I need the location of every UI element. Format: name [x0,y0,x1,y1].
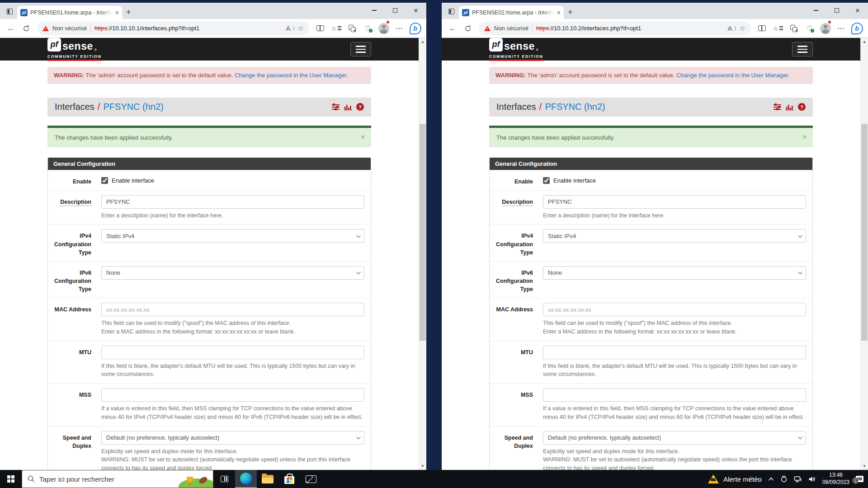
ipv4-configuration-type-select[interactable]: Static IPv4 [543,229,806,243]
back-button[interactable]: ← [445,21,460,36]
security-label[interactable]: Non sécurisé [52,25,87,32]
close-button[interactable]: ✕ [847,3,868,18]
breadcrumb-separator: / [539,102,542,112]
mss-input[interactable] [543,388,806,402]
chart-icon[interactable] [344,103,352,110]
back-button[interactable]: ← [4,21,18,36]
start-button[interactable] [0,470,22,488]
taskbar-store-button[interactable] [278,470,300,488]
settings-menu-icon[interactable]: ⋯ [392,21,407,36]
read-aloud-icon[interactable]: A [286,24,294,32]
settings-menu-icon[interactable]: ⋯ [834,21,849,36]
browser-window-left-slot: pf PFSENSE01.home.arpa - Interface × + ✕… [0,3,426,470]
close-button[interactable]: ✕ [406,3,426,18]
page-scrollbar[interactable]: ▲ ▼ [860,38,868,470]
general-configuration-panel: General Configuration Enable Enable inte… [47,157,371,470]
browser-essentials-icon[interactable]: ♡✓ [802,21,817,36]
help-icon[interactable]: ? [798,103,806,111]
read-aloud-icon[interactable]: A [728,24,736,32]
refresh-button[interactable] [461,21,475,36]
enable-interface-checkbox[interactable] [101,177,108,184]
maximize-button[interactable] [826,3,847,18]
mtu-input[interactable] [101,346,364,359]
tray-network-icon[interactable] [794,476,802,483]
scrollbar-thumb[interactable] [861,124,868,341]
browser-essentials-icon[interactable]: ♡✓ [360,21,375,36]
address-bar[interactable]: Non sécurisé https://10.10.10.2/interfac… [479,22,751,35]
chart-icon[interactable] [786,103,793,110]
scroll-down-icon[interactable]: ▼ [861,462,868,470]
ipv6-configuration-type-select[interactable]: None [101,266,364,280]
ipv4-configuration-type-select[interactable]: Static IPv4 [101,229,364,243]
scroll-up-icon[interactable]: ▲ [861,38,868,46]
help-icon[interactable]: ? [356,103,364,111]
collections-icon[interactable]: + [786,21,801,36]
profile-avatar[interactable] [376,21,391,36]
browser-tab[interactable]: pf PFSENSE02.home.arpa - Interface × [459,6,564,19]
favorite-star-icon[interactable]: ☆ [740,24,745,33]
tab-actions-icon[interactable] [445,5,457,17]
enable-interface-checkbox[interactable] [543,177,550,184]
menu-toggle-button[interactable] [350,42,371,56]
favorites-icon[interactable]: ☆ [770,21,785,36]
field-help: Enter a MAC address in the following for… [101,328,364,336]
maximize-button[interactable] [385,3,406,18]
scrollbar-thumb[interactable] [420,124,426,341]
split-screen-icon[interactable] [755,21,769,36]
taskbar-mail-button[interactable] [300,470,322,488]
taskbar-explorer-button[interactable] [257,470,278,488]
address-bar[interactable]: Non sécurisé https://10.10.10.1/interfac… [37,22,309,35]
field-label: MSS [490,388,533,422]
security-label[interactable]: Non sécurisé [494,25,528,32]
tab-actions-icon[interactable] [4,5,15,17]
mac-address-input[interactable] [543,303,806,316]
speed-duplex-select[interactable]: Default (no preference, typically autose… [543,431,806,445]
profile-avatar[interactable] [818,21,833,36]
split-screen-icon[interactable] [313,21,328,36]
browser-tab[interactable]: pf PFSENSE01.home.arpa - Interface × [17,6,122,19]
hidden-icons-chevron[interactable] [768,477,774,481]
status-icon[interactable] [332,104,340,110]
minimize-button[interactable] [364,3,385,18]
minimize-button[interactable] [806,3,826,18]
taskbar-search[interactable]: Taper ici pour rechercher [22,470,213,488]
weather-alert-button[interactable]: Alerte météo [708,474,762,483]
description-input[interactable] [543,195,806,209]
browser-toolbar: ← Non sécurisé https://10.10.10.1/interf… [0,19,426,38]
alert-close-icon[interactable]: × [361,133,365,141]
new-tab-button[interactable]: + [126,8,131,16]
favorites-icon[interactable]: ☆ [329,21,344,36]
alert-close-icon[interactable]: × [803,133,807,141]
mac-address-input[interactable] [101,303,364,316]
favorite-star-icon[interactable]: ☆ [298,24,304,33]
bing-chat-icon[interactable]: b [408,21,423,36]
task-view-button[interactable] [213,470,235,488]
action-center-button[interactable]: 1 [856,476,863,482]
tray-volume-icon[interactable] [808,476,816,483]
change-password-link[interactable]: Change the password in the User Manager. [235,72,348,79]
menu-toggle-button[interactable] [792,42,813,56]
field-help: WARNING: MUST be set to autoselect (auto… [543,455,806,470]
page-scrollbar[interactable]: ▲ ▼ [419,38,426,470]
tab-close-icon[interactable]: × [557,9,561,16]
tab-close-icon[interactable]: × [115,9,119,16]
collections-icon[interactable]: + [344,21,359,36]
ipv6-configuration-type-select[interactable]: None [543,266,806,280]
bing-chat-icon[interactable]: b [849,21,864,36]
scroll-up-icon[interactable]: ▲ [419,38,426,46]
tray-status-icon[interactable] [780,475,788,483]
chevron-down-icon [798,435,802,439]
change-password-link[interactable]: Change the password in the User Manager. [676,72,790,79]
scroll-down-icon[interactable]: ▼ [419,462,426,470]
pf-logo-box: pf [489,38,503,52]
refresh-button[interactable] [19,21,33,36]
taskbar-edge-button[interactable] [235,470,257,488]
taskbar-clock[interactable]: 13:46 08/09/2023 [822,472,849,486]
breadcrumb-section: Interfaces [55,102,94,112]
speed-duplex-select[interactable]: Default (no preference, typically autose… [101,431,364,445]
status-icon[interactable] [774,104,781,110]
mss-input[interactable] [101,388,364,402]
new-tab-button[interactable]: + [568,8,573,16]
description-input[interactable] [101,195,364,209]
mtu-input[interactable] [543,346,806,359]
